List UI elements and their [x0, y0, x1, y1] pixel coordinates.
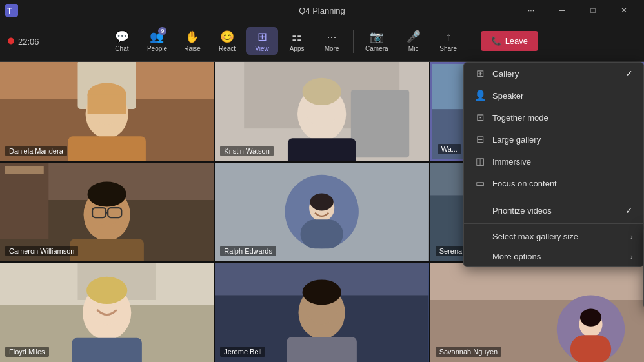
svg-rect-40	[301, 219, 343, 248]
more-options-left: More options	[474, 252, 541, 261]
leave-button[interactable]: 📞 Leave	[481, 31, 538, 51]
gallery-size-label: Select max gallery size	[492, 232, 578, 241]
view-label: View	[255, 45, 269, 52]
react-button[interactable]: 😊 React	[211, 27, 243, 55]
camera-button[interactable]: 📷 Camera	[359, 27, 395, 55]
gallery-size-chevron: ›	[630, 232, 633, 241]
window-controls: ··· ─ □ ✕	[516, 0, 639, 21]
speaker-label: Speaker	[492, 91, 523, 101]
together-mode-option[interactable]: ⊡ Together mode	[464, 106, 643, 128]
svg-rect-31	[70, 239, 143, 261]
camera-icon: 📷	[370, 30, 384, 44]
video-cell-9: Savannah Nguyen	[430, 263, 644, 362]
mic-button[interactable]: 🎤 Mic	[397, 27, 430, 55]
immersive-option-left: ◫ Immersive	[474, 156, 531, 167]
people-label: People	[147, 45, 167, 52]
video-cell-2: Kristin Watson	[215, 62, 428, 161]
svg-point-67	[580, 309, 601, 327]
focus-content-option[interactable]: ▭ Focus on content	[464, 172, 643, 194]
recording-time: 22:06	[18, 36, 39, 46]
large-gallery-option[interactable]: ⊟ Large gallery	[464, 128, 643, 150]
teams-logo-icon: T	[5, 4, 18, 17]
focus-icon: ▭	[474, 177, 486, 189]
large-gallery-option-left: ⊟ Large gallery	[474, 134, 541, 145]
chat-icon: 💬	[115, 30, 129, 44]
video-cell-4: Cameron Williamson	[0, 163, 214, 262]
gallery-size-option[interactable]: Select max gallery size › 4 people 9 peo…	[464, 226, 643, 246]
participant-name-5: Ralph Edwards	[220, 246, 276, 256]
leave-label: Leave	[505, 36, 528, 46]
together-icon: ⊡	[474, 112, 486, 123]
more-label: More	[325, 45, 339, 52]
toolbar: 22:06 💬 Chat 👥 9 People ✋ Raise 😊 React …	[0, 21, 644, 62]
more-button[interactable]: ··· More	[316, 28, 348, 55]
participant-name-1: Daniela Mandera	[5, 146, 67, 156]
participant-name-7: Floyd Miles	[5, 347, 49, 357]
video-cell-7: Floyd Miles	[0, 263, 214, 362]
prioritize-label: Prioritize videos	[492, 206, 552, 216]
speaker-option[interactable]: 👤 Speaker	[464, 85, 643, 106]
more-options-chevron: ›	[630, 252, 633, 261]
immersive-label: Immersive	[492, 157, 531, 166]
apps-icon: ⚏	[292, 30, 302, 44]
raise-icon: ✋	[185, 30, 199, 44]
svg-point-36	[88, 181, 126, 206]
main-area: Daniela Mandera Kristin Watson	[0, 62, 644, 362]
participant-name-3: Wa...	[438, 144, 461, 154]
focus-label: Focus on content	[492, 179, 557, 188]
large-gallery-label: Large gallery	[492, 135, 541, 145]
video-cell-1: Daniela Mandera	[0, 62, 214, 161]
more-icon: ···	[327, 30, 337, 44]
svg-rect-53	[72, 338, 141, 362]
more-options-label: More options	[492, 252, 541, 261]
close-button[interactable]: ✕	[609, 0, 639, 21]
view-dropdown-menu: ⊞ Gallery ✓ 👤 Speaker ⊡ Together mode ⊟ …	[463, 62, 644, 267]
title-bar: T Q4 Planning ··· ─ □ ✕	[0, 0, 644, 21]
prioritize-videos-option[interactable]: Prioritize videos ✓	[464, 200, 643, 221]
menu-divider-2	[464, 223, 643, 224]
toolbar-divider	[353, 30, 354, 53]
share-icon: ↑	[445, 30, 451, 44]
svg-text:T: T	[7, 6, 12, 15]
toolbar-divider-2	[470, 30, 470, 53]
prioritize-checkmark: ✓	[625, 205, 633, 216]
svg-point-18	[303, 78, 341, 105]
svg-rect-10	[88, 94, 126, 114]
svg-rect-59	[287, 337, 357, 362]
svg-rect-16	[288, 138, 356, 161]
participant-name-4: Cameron Williamson	[5, 246, 78, 256]
minimize-button[interactable]: ─	[547, 0, 577, 21]
share-button[interactable]: ↑ Share	[432, 28, 465, 55]
phone-icon: 📞	[491, 36, 501, 46]
large-gallery-icon: ⊟	[474, 134, 486, 145]
share-label: Share	[439, 45, 457, 52]
raise-label: Raise	[184, 45, 201, 52]
recording-indicator: 22:06	[8, 36, 39, 46]
camera-label: Camera	[365, 45, 388, 52]
gallery-size-option-left: Select max gallery size	[474, 232, 578, 241]
focus-option-left: ▭ Focus on content	[474, 177, 557, 189]
apps-button[interactable]: ⚏ Apps	[281, 27, 313, 55]
three-dots-button[interactable]: ···	[516, 0, 546, 21]
people-icon: 👥 9	[150, 30, 164, 44]
maximize-button[interactable]: □	[578, 0, 608, 21]
more-options-option[interactable]: More options ›	[464, 246, 643, 266]
view-button[interactable]: ⊞ View	[246, 27, 278, 55]
people-button[interactable]: 👥 9 People	[141, 27, 174, 55]
chat-button[interactable]: 💬 Chat	[106, 27, 138, 55]
recording-dot	[8, 38, 14, 45]
gallery-icon: ⊞	[474, 68, 486, 79]
mic-label: Mic	[408, 45, 419, 52]
react-icon: 😊	[220, 30, 234, 44]
participant-name-8: Jerome Bell	[220, 347, 265, 357]
video-cell-8: Jerome Bell	[215, 263, 428, 362]
gallery-option-left: ⊞ Gallery	[474, 68, 519, 79]
participant-name-9: Savannah Nguyen	[436, 347, 502, 357]
participant-name-2: Kristin Watson	[220, 146, 274, 156]
immersive-option[interactable]: ◫ Immersive	[464, 150, 643, 172]
svg-point-61	[303, 280, 341, 305]
raise-button[interactable]: ✋ Raise	[176, 27, 208, 55]
gallery-checkmark: ✓	[625, 68, 633, 79]
mic-icon: 🎤	[407, 30, 421, 44]
gallery-option[interactable]: ⊞ Gallery ✓	[464, 63, 643, 85]
